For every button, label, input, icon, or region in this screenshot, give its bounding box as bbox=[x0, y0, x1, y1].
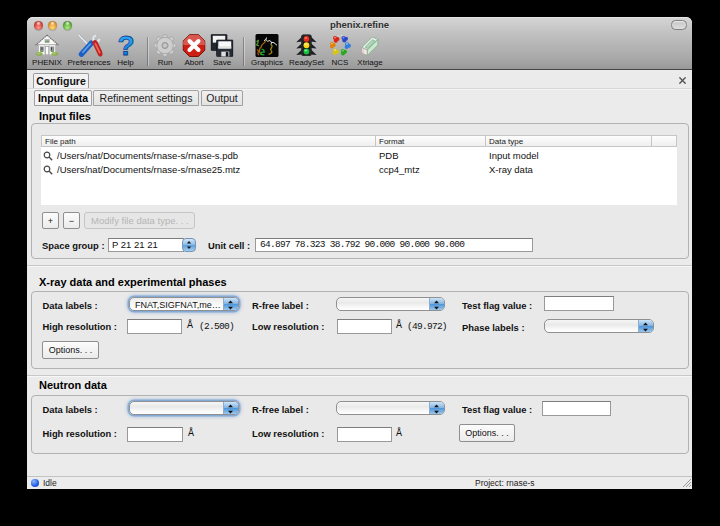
svg-text:?: ? bbox=[117, 34, 134, 58]
